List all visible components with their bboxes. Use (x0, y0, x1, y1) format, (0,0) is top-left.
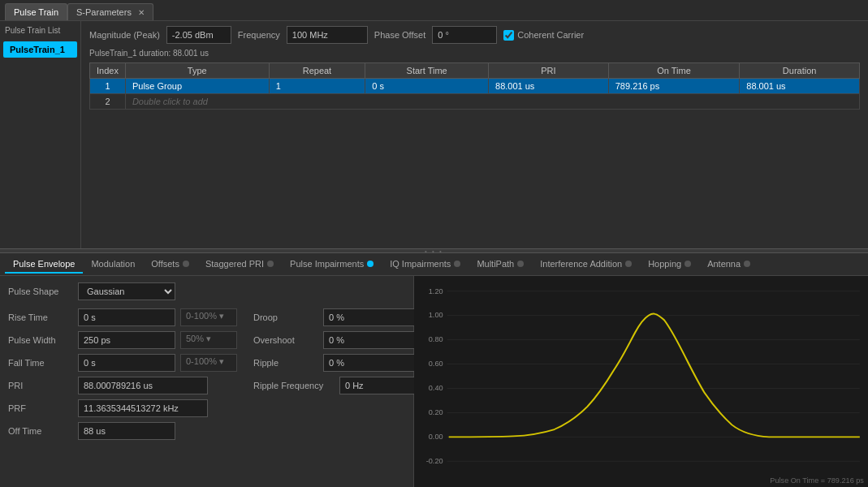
tab-pulse-train[interactable]: Pulse Train (5, 3, 67, 20)
coherent-carrier-checkbox[interactable] (503, 30, 514, 41)
tab-interference-addition[interactable]: Interference Addition (532, 256, 640, 274)
prf-label: PRF (8, 403, 73, 413)
svg-text:1.20: 1.20 (429, 287, 443, 295)
pulse-train-list-panel: Pulse Train List PulseTrain_1 (0, 21, 81, 248)
chart-area: 1.20 1.00 0.80 0.60 0.40 0.20 0.00 -0.20… (414, 276, 868, 487)
cell-index: 1 (90, 79, 126, 94)
phase-offset-input[interactable] (432, 26, 497, 44)
rise-time-input[interactable] (78, 308, 175, 326)
ripple-input[interactable] (323, 354, 421, 372)
rise-time-row: Rise Time 0-100% ▾ (8, 308, 237, 326)
tab-modulation[interactable]: Modulation (83, 256, 143, 274)
antenna-dot-icon (744, 261, 750, 267)
svg-text:0.80: 0.80 (429, 336, 443, 344)
droop-input[interactable] (323, 308, 421, 326)
rise-time-pct[interactable]: 0-100% ▾ (180, 308, 237, 326)
col-repeat: Repeat (269, 63, 365, 79)
table-row[interactable]: 1 Pulse Group 1 0 s 88.001 us 789.216 ps… (90, 79, 860, 94)
overshoot-row: Overshoot (253, 331, 437, 349)
fall-time-input[interactable] (78, 354, 175, 372)
pulse-width-pct[interactable]: 50% ▾ (180, 331, 237, 349)
cell-type: Pulse Group (125, 79, 269, 94)
iq-impairments-dot-icon (454, 261, 460, 267)
pulse-train-item[interactable]: PulseTrain_1 (3, 41, 77, 58)
frequency-label: Frequency (238, 30, 280, 40)
table-row-add[interactable]: 2 Double click to add (90, 94, 860, 110)
off-time-label: Off Time (8, 426, 73, 436)
droop-row: Droop (253, 308, 437, 326)
cell-repeat: 1 (269, 79, 365, 94)
multipath-dot-icon (517, 261, 524, 267)
tab-pulse-impairments[interactable]: Pulse Impairments (282, 256, 382, 274)
magnitude-input[interactable] (166, 26, 231, 44)
cell-duration: 88.001 us (740, 79, 860, 94)
overshoot-label: Overshoot (253, 335, 318, 345)
svg-text:0.00: 0.00 (429, 433, 443, 442)
tab-hopping[interactable]: Hopping (640, 256, 699, 274)
svg-text:0.40: 0.40 (429, 385, 443, 393)
overshoot-input[interactable] (323, 331, 421, 349)
pulse-width-label: Pulse Width (8, 335, 73, 345)
ripple-freq-row: Ripple Frequency (253, 377, 437, 394)
tab-s-parameters[interactable]: S-Parameters ✕ (67, 3, 153, 20)
cell-start-time: 0 s (365, 79, 489, 94)
tab-staggered-pri[interactable]: Staggered PRI (197, 256, 282, 274)
controls-right-col: Droop Overshoot Ripple Ripple Frequency (253, 308, 437, 445)
tab-multipath[interactable]: MultiPath (469, 256, 532, 274)
col-duration: Duration (740, 63, 860, 79)
prf-input[interactable] (78, 399, 208, 417)
interference-dot-icon (625, 261, 632, 267)
col-type: Type (125, 63, 269, 79)
panel-title: Pulse Train List (3, 24, 77, 37)
prf-row: PRF (8, 399, 237, 417)
ripple-row: Ripple (253, 354, 437, 372)
controls-panel: Pulse Shape Gaussian Rectangular Raised … (0, 276, 414, 487)
col-on-time: On Time (608, 63, 740, 79)
magnitude-label: Magnitude (Peak) (89, 30, 160, 40)
tab-close-icon[interactable]: ✕ (138, 8, 145, 17)
col-pri: PRI (489, 63, 609, 79)
staggered-pri-dot-icon (267, 261, 274, 267)
ripple-freq-label: Ripple Frequency (253, 381, 335, 390)
pri-input[interactable] (78, 377, 208, 394)
envelope-chart: 1.20 1.00 0.80 0.60 0.40 0.20 0.00 -0.20… (414, 276, 868, 487)
tab-pulse-envelope[interactable]: Pulse Envelope (5, 256, 83, 274)
fall-time-row: Fall Time 0-100% ▾ (8, 354, 237, 372)
cell-pri: 88.001 us (489, 79, 609, 94)
tab-offsets[interactable]: Offsets (143, 256, 197, 274)
coherent-carrier-label: Coherent Carrier (503, 30, 584, 41)
controls-left-col: Rise Time 0-100% ▾ Pulse Width 50% ▾ Fal… (8, 308, 237, 445)
pulse-shape-select[interactable]: Gaussian Rectangular Raised Cosine Custo… (78, 282, 175, 300)
lower-content-area: Pulse Shape Gaussian Rectangular Raised … (0, 276, 868, 487)
pulse-width-input[interactable] (78, 331, 175, 349)
lower-section: Pulse Envelope Modulation Offsets Stagge… (0, 253, 868, 487)
pulse-width-row: Pulse Width 50% ▾ (8, 331, 237, 349)
fall-time-pct[interactable]: 0-100% ▾ (180, 354, 237, 372)
duration-text: PulseTrain_1 duration: 88.001 us (89, 49, 860, 58)
svg-text:Pulse On Time = 789.216 ps: Pulse On Time = 789.216 ps (770, 476, 864, 485)
tab-antenna[interactable]: Antenna (699, 256, 758, 274)
svg-text:1.00: 1.00 (429, 312, 443, 320)
col-start-time: Start Time (365, 63, 489, 79)
lower-tab-row: Pulse Envelope Modulation Offsets Stagge… (0, 253, 868, 276)
pulse-train-config-panel: Magnitude (Peak) Frequency Phase Offset … (81, 21, 868, 248)
pulse-impairments-dot-icon (367, 261, 374, 267)
controls-columns: Rise Time 0-100% ▾ Pulse Width 50% ▾ Fal… (8, 308, 405, 445)
phase-offset-label: Phase Offset (374, 30, 425, 40)
top-tab-bar: Pulse Train S-Parameters ✕ (0, 0, 868, 21)
off-time-row: Off Time (8, 422, 237, 440)
pri-row: PRI (8, 377, 237, 394)
tab-iq-impairments[interactable]: IQ Impairments (382, 256, 469, 274)
offsets-dot-icon (183, 261, 189, 267)
svg-text:0.20: 0.20 (429, 409, 443, 417)
droop-label: Droop (253, 312, 318, 322)
rise-time-label: Rise Time (8, 312, 73, 322)
off-time-input[interactable] (78, 422, 175, 440)
svg-text:-0.20: -0.20 (426, 457, 443, 465)
ripple-label: Ripple (253, 358, 318, 368)
col-index: Index (90, 63, 126, 79)
hopping-dot-icon (684, 261, 691, 267)
upper-section: Pulse Train List PulseTrain_1 Magnitude … (0, 21, 868, 248)
frequency-input[interactable] (287, 26, 368, 44)
header-row: Magnitude (Peak) Frequency Phase Offset … (89, 26, 860, 44)
